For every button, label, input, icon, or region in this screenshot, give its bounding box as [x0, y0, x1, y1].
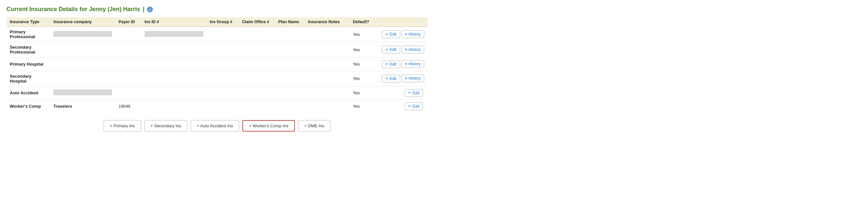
cell-actions: ✏ Edit [374, 100, 428, 113]
cell-insurance-notes [305, 57, 350, 71]
cell-payer-id [115, 57, 141, 71]
page-title: Current Insurance Details for Jenny (Jen… [6, 6, 428, 13]
cell-payer-id [115, 42, 141, 57]
cell-ins-id [142, 57, 207, 71]
cell-insurance-type: Primary Hospital [6, 57, 50, 71]
table-row: Primary ProfessionalYes✏ Edit+ History [6, 27, 428, 42]
col-header-claim-office: Claim Office # [239, 17, 275, 27]
cell-ins-group [207, 27, 239, 42]
cell-payer-id: 19046 [115, 100, 141, 113]
col-header-default: Default? [350, 17, 374, 27]
table-row: Secondary ProfessionalYes✏ Edit+ History [6, 42, 428, 57]
cell-insurance-company: Travelers [50, 100, 115, 113]
cell-insurance-company [50, 27, 115, 42]
cell-plan-name [275, 71, 305, 86]
cell-plan-name [275, 100, 305, 113]
history-button[interactable]: + History [401, 74, 424, 82]
edit-button[interactable]: ✏ Edit [405, 102, 423, 110]
cell-actions: ✏ Edit+ History [374, 42, 428, 57]
col-header-ins-id: Ins ID # [142, 17, 207, 27]
add-workers-comp-ins-button[interactable]: + Worker's Comp Ins [242, 120, 295, 131]
cell-default: Yes [350, 71, 374, 86]
info-icon[interactable]: i [147, 6, 153, 12]
edit-button[interactable]: ✏ Edit [382, 75, 400, 82]
table-header-row: Insurance Type Insurance company Payer I… [6, 17, 428, 27]
col-header-insurance-company: Insurance company [50, 17, 115, 27]
cell-plan-name [275, 42, 305, 57]
cell-default: Yes [350, 57, 374, 71]
cell-insurance-company [50, 57, 115, 71]
cell-claim-office [239, 86, 275, 100]
table-row: Primary HospitalYes✏ Edit+ History [6, 57, 428, 71]
edit-button[interactable]: ✏ Edit [382, 60, 400, 68]
cell-payer-id [115, 71, 141, 86]
pencil-icon: ✏ [385, 48, 389, 52]
edit-button[interactable]: ✏ Edit [382, 30, 400, 38]
cell-insurance-company [50, 86, 115, 100]
history-button[interactable]: + History [401, 30, 424, 38]
history-button[interactable]: + History [401, 46, 424, 53]
table-row: Worker's CompTravelers19046Yes✏ Edit [6, 100, 428, 113]
insurance-table: Insurance Type Insurance company Payer I… [6, 17, 428, 113]
cell-insurance-type: Secondary Professional [6, 42, 50, 57]
plus-icon: + [405, 62, 407, 66]
cell-claim-office [239, 57, 275, 71]
cell-insurance-company [50, 42, 115, 57]
history-button[interactable]: + History [401, 60, 424, 68]
cell-actions: ✏ Edit+ History [374, 71, 428, 86]
bottom-buttons: + Primary Ins + Secondary Ins + Auto Acc… [6, 120, 428, 131]
cell-insurance-type: Secondary Hospital [6, 71, 50, 86]
cell-insurance-notes [305, 71, 350, 86]
edit-button[interactable]: ✏ Edit [382, 46, 400, 53]
add-primary-ins-button[interactable]: + Primary Ins [103, 120, 141, 131]
cell-ins-id [142, 27, 207, 42]
cell-default: Yes [350, 100, 374, 113]
edit-button[interactable]: ✏ Edit [405, 89, 423, 97]
cell-ins-id [142, 100, 207, 113]
cell-payer-id [115, 27, 141, 42]
pencil-icon: ✏ [385, 62, 389, 66]
col-header-insurance-type: Insurance Type [6, 17, 50, 27]
cell-actions: ✏ Edit+ History [374, 27, 428, 42]
cell-insurance-type: Primary Professional [6, 27, 50, 42]
cell-ins-group [207, 57, 239, 71]
col-header-payer-id: Payer ID [115, 17, 141, 27]
col-header-actions [374, 17, 428, 27]
plus-icon: + [405, 32, 407, 36]
cell-ins-group [207, 71, 239, 86]
col-header-ins-group: Ins Group # [207, 17, 239, 27]
col-header-plan-name: Plan Name [275, 17, 305, 27]
pencil-icon: ✏ [385, 32, 389, 36]
cell-insurance-company [50, 71, 115, 86]
add-dme-ins-button[interactable]: + DME Ins [298, 120, 331, 131]
cell-insurance-notes [305, 86, 350, 100]
cell-claim-office [239, 42, 275, 57]
cell-insurance-type: Auto Accident [6, 86, 50, 100]
cell-plan-name [275, 57, 305, 71]
plus-icon: + [405, 76, 407, 81]
cell-insurance-notes [305, 42, 350, 57]
add-secondary-ins-button[interactable]: + Secondary Ins [144, 120, 187, 131]
plus-icon: + [405, 47, 407, 52]
cell-ins-group [207, 86, 239, 100]
col-header-insurance-notes: Insurance Notes [305, 17, 350, 27]
cell-insurance-type: Worker's Comp [6, 100, 50, 113]
cell-default: Yes [350, 27, 374, 42]
cell-payer-id [115, 86, 141, 100]
cell-plan-name [275, 86, 305, 100]
cell-actions: ✏ Edit [374, 86, 428, 100]
pencil-icon: ✏ [408, 104, 411, 108]
cell-ins-group [207, 42, 239, 57]
cell-plan-name [275, 27, 305, 42]
title-text: Current Insurance Details for Jenny (Jen… [6, 6, 140, 13]
table-row: Secondary HospitalYes✏ Edit+ History [6, 71, 428, 86]
table-row: Auto AccidentYes✏ Edit [6, 86, 428, 100]
cell-actions: ✏ Edit+ History [374, 57, 428, 71]
cell-claim-office [239, 27, 275, 42]
cell-ins-id [142, 86, 207, 100]
cell-insurance-notes [305, 27, 350, 42]
add-auto-accident-ins-button[interactable]: + Auto Accident Ins [191, 120, 239, 131]
cell-default: Yes [350, 86, 374, 100]
page-wrapper: Current Insurance Details for Jenny (Jen… [0, 0, 434, 141]
cell-insurance-notes [305, 100, 350, 113]
